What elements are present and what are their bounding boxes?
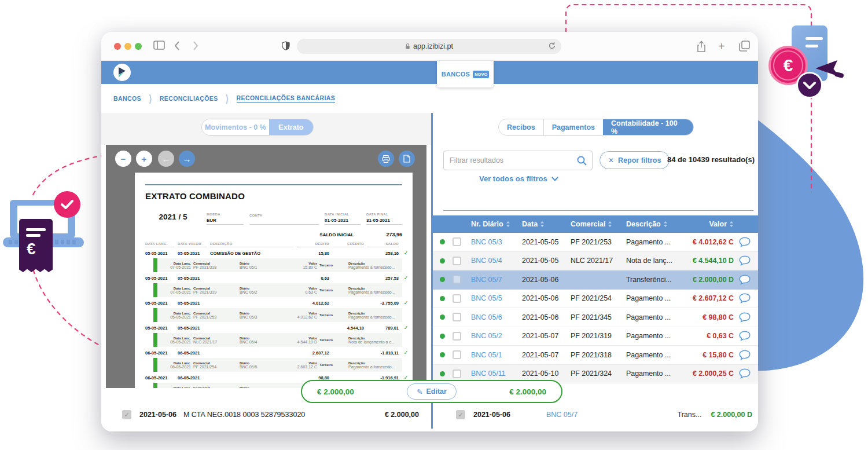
table-row[interactable]: BNC 05/3 2021-05-05 PF 2021/253 Pagament…	[433, 233, 758, 252]
entry-number-link[interactable]: BNC 05/2	[471, 332, 522, 340]
document-title: EXTRATO COMBINADO	[145, 191, 402, 201]
statement-row-detail: Data Lanc.07-05-2021 ComercialPF 2021/31…	[153, 283, 402, 297]
tab-recibos[interactable]: Recibos	[499, 119, 543, 135]
row-checkbox[interactable]	[453, 257, 461, 265]
tab-pagamentos[interactable]: Pagamentos	[543, 119, 603, 135]
row-checkbox[interactable]	[453, 350, 461, 359]
previous-page-button[interactable]: ←	[158, 151, 174, 167]
table-row[interactable]: BNC 05/5 2021-05-06 PF 2021/254 Pagament…	[433, 290, 758, 309]
shield-icon[interactable]	[281, 40, 291, 52]
toggle-movimentos[interactable]: Movimentos - 0 %	[202, 119, 269, 135]
entry-valor: € 4.012,62 C	[679, 238, 736, 246]
forward-icon[interactable]	[193, 41, 198, 51]
entry-descricao: Pagamento ...	[626, 351, 679, 359]
reconciled-check-icon: ✓	[404, 349, 409, 356]
share-icon[interactable]	[696, 41, 707, 53]
entry-valor: € 2.000,00 D	[679, 276, 736, 284]
close-icon: ✕	[608, 156, 614, 164]
breadcrumb-bancos[interactable]: BANCOS	[113, 95, 141, 102]
reconciled-bar	[153, 258, 157, 272]
row-checkbox[interactable]	[453, 313, 461, 321]
new-tab-icon[interactable]: +	[718, 40, 725, 53]
saldo-inicial-label: SALDO INICIAL	[319, 232, 354, 237]
entry-descricao: Pagamento ...	[626, 313, 679, 321]
status-dot	[440, 277, 445, 282]
entry-comercial: PF 2021/319	[571, 332, 626, 340]
comment-bubble-icon[interactable]	[736, 331, 753, 341]
entry-date: 2021-05-07	[522, 332, 571, 340]
comment-bubble-icon[interactable]	[736, 237, 753, 247]
entry-number-link[interactable]: BNC 05/3	[471, 238, 522, 246]
print-button[interactable]	[378, 151, 394, 167]
row-checkbox[interactable]	[453, 275, 461, 284]
column-valor[interactable]: Valor	[679, 220, 736, 228]
entry-number-link[interactable]: BNC 05/11	[471, 369, 522, 378]
tabs-overview-icon[interactable]	[739, 41, 750, 52]
entry-number-link[interactable]: BNC 05/6	[471, 313, 522, 321]
column-comercial[interactable]: Comercial	[571, 220, 626, 228]
entry-date: 2021-05-06	[473, 411, 510, 419]
row-checkbox[interactable]	[453, 237, 461, 246]
tab-bancos[interactable]: BANCOS NOVO	[437, 61, 494, 87]
comment-bubble-icon[interactable]	[736, 293, 753, 303]
selected-checkbox[interactable]: ✓	[122, 410, 131, 419]
minimize-window-button[interactable]	[124, 43, 131, 50]
selected-checkbox[interactable]: ✓	[456, 410, 465, 419]
entry-number-link[interactable]: BNC 05/5	[471, 294, 522, 302]
document-period: 2021 / 5	[145, 213, 201, 225]
table-row[interactable]: BNC 05/6 2021-05-06 PF 2021/345 Pagament…	[433, 308, 758, 327]
app-header: BANCOS NOVO	[101, 61, 758, 84]
column-descricao[interactable]: Descrição	[626, 220, 679, 228]
column-nr-diario[interactable]: Nr. Diário	[471, 220, 522, 228]
search-icon[interactable]	[576, 155, 587, 166]
entry-number-link[interactable]: BNC 05/4	[471, 257, 522, 265]
statement-rows: 05-05-2021 05-05-2021 COMISSÃO DE GESTÃO…	[145, 249, 402, 388]
entry-amount: € 2.000,00 D	[711, 411, 752, 419]
row-checkbox[interactable]	[453, 332, 461, 341]
export-pdf-button[interactable]	[399, 151, 415, 167]
filter-input[interactable]	[443, 151, 593, 170]
toggle-extrato[interactable]: Extrato	[269, 119, 313, 135]
reconcile-bar: € 2.000,00 ✎ Editar € 2.000,00	[301, 380, 562, 403]
tab-contabilidade[interactable]: Contabilidade - 100 %	[603, 119, 693, 135]
breadcrumb-reconciliacoes[interactable]: RECONCILIAÇÕES	[160, 95, 218, 102]
entry-number-link[interactable]: BNC 05/7	[471, 276, 522, 284]
reload-icon[interactable]	[548, 42, 556, 50]
zoom-window-button[interactable]	[135, 43, 142, 50]
table-row[interactable]: BNC 05/7 2021-05-06 Transferênci... € 2.…	[433, 270, 758, 290]
comment-bubble-icon[interactable]	[736, 255, 753, 266]
check-icon	[60, 199, 74, 210]
sidebar-icon[interactable]	[153, 41, 165, 50]
close-window-button[interactable]	[114, 43, 121, 50]
reconciled-bar	[153, 358, 157, 372]
row-checkbox[interactable]	[453, 369, 461, 378]
next-page-button[interactable]: →	[179, 151, 195, 167]
selected-movement-row[interactable]: ✓ 2021-05-06 M CTA NEG.0018 0003 5287953…	[122, 405, 419, 424]
entry-comercial: PF 2021/345	[571, 313, 626, 321]
entry-valor: € 98,80 C	[679, 313, 736, 321]
back-icon[interactable]	[174, 41, 180, 51]
row-checkbox[interactable]	[453, 294, 461, 303]
zoom-out-button[interactable]: −	[115, 151, 131, 167]
entry-number-link[interactable]: BNC 05/1	[471, 351, 522, 359]
table-row[interactable]: BNC 05/4 2021-05-05 NLC 2021/17 Nota de …	[433, 252, 758, 271]
table-row[interactable]: BNC 05/2 2021-05-07 PF 2021/319 Pagament…	[433, 327, 758, 346]
statement-row: 06-05-2021 06-05-2021 2.607,12 -1.818,11…	[145, 349, 402, 372]
comment-bubble-icon[interactable]	[736, 275, 753, 285]
statement-row-detail: Data Lanc.05-05-2021 ComercialNLC 2021/1…	[153, 333, 402, 347]
address-bar[interactable]: app.izibizi.pt	[297, 39, 561, 54]
table-row[interactable]: BNC 05/1 2021-05-07 PF 2021/318 Pagament…	[433, 346, 758, 365]
comment-bubble-icon[interactable]	[736, 368, 753, 379]
comment-bubble-icon[interactable]	[736, 312, 753, 323]
column-data[interactable]: Data	[522, 220, 571, 228]
zoom-in-button[interactable]: +	[136, 151, 152, 167]
entry-number-link[interactable]: BNC 05/7	[546, 411, 578, 419]
breadcrumb-reconciliacoes-bancarias[interactable]: RECONCILIAÇÕES BANCÁRIAS	[237, 94, 336, 103]
show-all-filters-link[interactable]: Ver todos os filtros	[479, 174, 558, 183]
comment-bubble-icon[interactable]	[736, 350, 753, 360]
selected-entry-row[interactable]: ✓ 2021-05-06 BNC 05/7 Trans... € 2.000,0…	[456, 405, 752, 424]
entry-comercial: NLC 2021/17	[571, 257, 626, 265]
entry-description: Trans...	[677, 411, 701, 419]
edit-button[interactable]: ✎ Editar	[407, 383, 457, 400]
reset-filters-button[interactable]: ✕ Repor filtros	[599, 151, 670, 169]
